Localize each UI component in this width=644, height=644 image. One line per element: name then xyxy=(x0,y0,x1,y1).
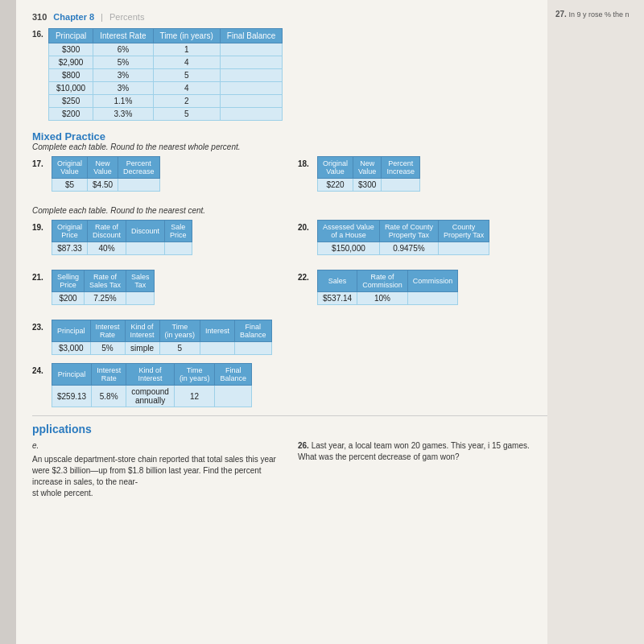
prob17-num: 17. xyxy=(32,159,47,168)
instruction-2: Complete each table. Round to the neares… xyxy=(32,206,547,215)
mixed-practice-header: Mixed Practice Complete each table. Roun… xyxy=(32,130,547,151)
table-row: $5$4.50 xyxy=(52,179,160,192)
app-col-right: 26. Last year, a local team won 20 games… xyxy=(298,440,547,499)
table-23: Principal InterestRate Kind ofInterest T… xyxy=(52,320,272,355)
col-interest-rate: InterestRate xyxy=(92,364,126,386)
prob22-num: 22. xyxy=(298,273,312,282)
col-orig-val: OriginalValue xyxy=(52,157,88,179)
problem-18-col: 18. OriginalValue NewValue PercentIncrea… xyxy=(298,156,547,198)
problem-18: 18. OriginalValue NewValue PercentIncrea… xyxy=(298,156,547,192)
table-row: $10,0003%4 xyxy=(48,82,283,95)
col-pct-increase: PercentIncrease xyxy=(382,157,420,179)
col-orig-price: OriginalPrice xyxy=(52,221,88,242)
table-row: $2003.3%5 xyxy=(48,108,283,121)
problem-22: 22. Sales Rate ofCommission Commission $… xyxy=(298,270,547,305)
col-orig-val: OriginalValue xyxy=(318,157,353,179)
col-interest-rate: InterestRate xyxy=(90,320,125,342)
applications-title: pplications xyxy=(32,423,547,436)
table-19: OriginalPrice Rate ofDiscount Discount S… xyxy=(52,220,192,255)
prob25-label: e. xyxy=(32,440,282,452)
page-header: 310 Chapter 8 | Percents xyxy=(32,12,547,22)
prob27-num: 27. xyxy=(555,10,567,19)
instruction-1: Complete each table. Round to the neares… xyxy=(32,142,547,151)
table-row: $3006%1 xyxy=(48,43,283,56)
table-22: Sales Rate ofCommission Commission $537.… xyxy=(317,270,458,305)
table-row: $537.1410% xyxy=(318,292,458,305)
right-margin-content: 27. In 9 y rose % the n xyxy=(555,8,636,21)
col-time-years: Time(in years) xyxy=(159,320,200,342)
prob19-num: 19. xyxy=(32,223,47,232)
col-interest: Interest xyxy=(200,320,235,342)
col-pct-decrease: PercentDecrease xyxy=(118,157,160,179)
prob20-num: 20. xyxy=(298,223,312,232)
prob24-num: 24. xyxy=(32,366,47,375)
col-final-balance: FinalBalance xyxy=(215,364,252,386)
table-24: Principal InterestRate Kind ofInterest T… xyxy=(52,363,252,407)
col-time-years: Time(in years) xyxy=(174,364,215,386)
col-commission-rate: Rate ofCommission xyxy=(357,270,408,292)
table-row: $259.135.8%compoundannually12 xyxy=(52,386,252,407)
col-rate-discount: Rate ofDiscount xyxy=(88,221,126,242)
chapter-label: Chapter 8 xyxy=(53,12,94,22)
problem-19: 19. OriginalPrice Rate ofDiscount Discou… xyxy=(32,220,282,255)
problem-19-col: 19. OriginalPrice Rate ofDiscount Discou… xyxy=(32,220,282,262)
prob27-text: In 9 y rose % the n xyxy=(568,10,629,19)
prob23-num: 23. xyxy=(32,323,47,332)
col-time: Time (in years) xyxy=(153,29,220,43)
prob21-num: 21. xyxy=(32,273,47,282)
col-commission: Commission xyxy=(407,270,458,292)
col-final-balance: Final Balance xyxy=(220,29,283,43)
problems-19-20: 19. OriginalPrice Rate ofDiscount Discou… xyxy=(32,220,547,262)
problem-16: 16. Principal Interest Rate Time (in yea… xyxy=(32,28,547,121)
problem-20: 20. Assessed Valueof a House Rate of Cou… xyxy=(298,220,547,255)
table-row: $2501.1%2 xyxy=(48,95,283,108)
col-principal: Principal xyxy=(52,364,92,386)
col-sale-price: SalePrice xyxy=(165,221,192,242)
col-kind-interest: Kind ofInterest xyxy=(126,364,175,386)
problems-21-22: 21. SellingPrice Rate ofSales Tax SalesT… xyxy=(32,270,547,312)
table-row: $220$300 xyxy=(318,179,420,192)
table-row: $8003%5 xyxy=(48,69,283,82)
table-row: $2007.25% xyxy=(52,292,155,305)
col-new-val: NewValue xyxy=(88,157,118,179)
right-margin: 27. In 9 y rose % the n xyxy=(547,0,644,644)
mixed-practice-title: Mixed Practice xyxy=(32,130,547,142)
applications-section: pplications e. An upscale department-sto… xyxy=(32,423,547,499)
table-row: $150,0000.9475% xyxy=(318,242,489,255)
col-sales-tax: SalesTax xyxy=(126,270,155,292)
col-kind-interest: Kind ofInterest xyxy=(125,320,159,342)
app-col-left: e. An upscale department-store chain rep… xyxy=(32,440,282,499)
table-row: $2,9005%4 xyxy=(48,56,283,69)
problems-17-18: 17. OriginalValue NewValue PercentDecrea… xyxy=(32,156,547,198)
problem-23: 23. Principal InterestRate Kind ofIntere… xyxy=(32,320,547,355)
problem-21-col: 21. SellingPrice Rate ofSales Tax SalesT… xyxy=(32,270,282,312)
table-20: Assessed Valueof a House Rate of CountyP… xyxy=(317,220,489,255)
section-title: Percents xyxy=(109,12,144,22)
col-final-balance: FinalBalance xyxy=(235,320,272,342)
applications-content: e. An upscale department-store chain rep… xyxy=(32,440,547,499)
table-17: OriginalValue NewValue PercentDecrease $… xyxy=(52,156,160,192)
section-divider xyxy=(32,415,547,416)
problem-20-col: 20. Assessed Valueof a House Rate of Cou… xyxy=(298,220,547,262)
main-page: 310 Chapter 8 | Percents 16. Principal I… xyxy=(16,0,564,644)
problem-17: 17. OriginalValue NewValue PercentDecrea… xyxy=(32,156,282,192)
table-21: SellingPrice Rate ofSales Tax SalesTax $… xyxy=(52,270,155,305)
col-assessed: Assessed Valueof a House xyxy=(318,221,380,242)
col-sales-tax-rate: Rate ofSales Tax xyxy=(85,270,126,292)
table-row: $87.3340% xyxy=(52,242,192,255)
col-sales: Sales xyxy=(318,270,357,292)
divider: | xyxy=(101,12,103,22)
col-principal: Principal xyxy=(52,320,91,342)
table-row: $3,0005%simple5 xyxy=(52,342,272,355)
col-interest-rate: Interest Rate xyxy=(93,29,153,43)
col-county-tax: CountyProperty Tax xyxy=(438,221,489,242)
problem-17-col: 17. OriginalValue NewValue PercentDecrea… xyxy=(32,156,282,198)
prob26-text: 26. Last year, a local team won 20 games… xyxy=(298,440,547,463)
col-county-tax-rate: Rate of CountyProperty Tax xyxy=(379,221,438,242)
col-new-val: NewValue xyxy=(353,157,382,179)
prob25-text: An upscale department-store chain report… xyxy=(32,454,282,499)
col-principal: Principal xyxy=(48,29,93,43)
col-selling-price: SellingPrice xyxy=(52,270,85,292)
col-discount: Discount xyxy=(126,221,165,242)
problem-24: 24. Principal InterestRate Kind ofIntere… xyxy=(32,363,547,407)
